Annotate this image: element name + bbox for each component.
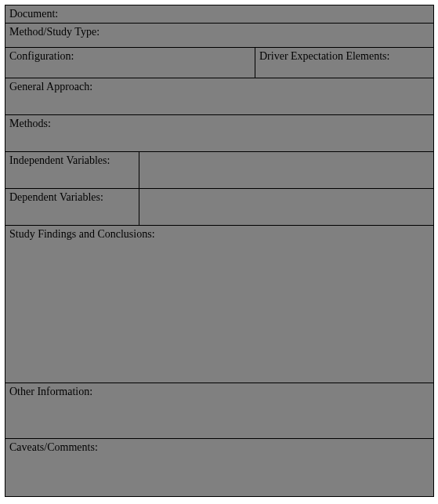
row-config-driver: Configuration: Driver Expectation Elemen… bbox=[5, 48, 433, 78]
row-other-info: Other Information: bbox=[5, 383, 433, 439]
label-independent-vars: Independent Variables: bbox=[9, 154, 110, 166]
row-findings: Study Findings and Conclusions: bbox=[5, 226, 433, 383]
row-method-study-type: Method/Study Type: bbox=[5, 24, 433, 48]
label-general-approach: General Approach: bbox=[9, 81, 92, 92]
row-general-approach: General Approach: bbox=[5, 78, 433, 115]
row-caveats: Caveats/Comments: bbox=[5, 439, 433, 496]
label-configuration: Configuration: bbox=[9, 50, 74, 62]
label-method-study-type: Method/Study Type: bbox=[9, 26, 100, 38]
label-driver-expectation: Driver Expectation Elements: bbox=[259, 50, 389, 62]
form-sheet: Document: Method/Study Type: Configurati… bbox=[0, 0, 438, 504]
row-document: Document: bbox=[5, 5, 433, 24]
row-independent-vars: Independent Variables: bbox=[5, 152, 433, 189]
form-table: Document: Method/Study Type: Configurati… bbox=[5, 5, 434, 497]
label-caveats: Caveats/Comments: bbox=[9, 441, 98, 453]
row-methods: Methods: bbox=[5, 115, 433, 152]
label-findings: Study Findings and Conclusions: bbox=[9, 228, 155, 240]
row-dependent-vars: Dependent Variables: bbox=[5, 189, 433, 226]
label-other-info: Other Information: bbox=[9, 386, 92, 397]
label-methods: Methods: bbox=[9, 118, 51, 129]
label-dependent-vars: Dependent Variables: bbox=[9, 191, 103, 203]
label-document: Document: bbox=[9, 8, 58, 20]
